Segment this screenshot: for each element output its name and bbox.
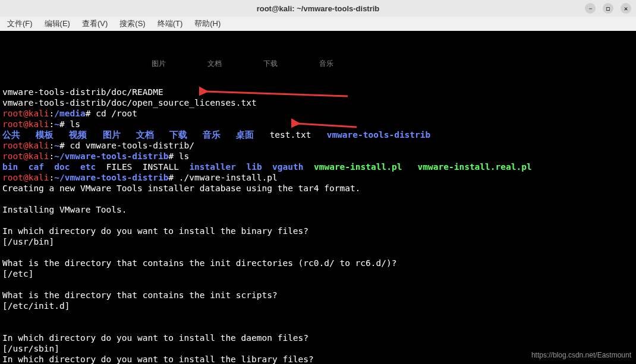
prompt-user: root@kali bbox=[2, 173, 49, 182]
maximize-button[interactable]: ◻ bbox=[603, 3, 613, 14]
output-line: In which directory do you want to instal… bbox=[2, 333, 308, 343]
prompt-cmd: # ls bbox=[168, 151, 189, 161]
prompt-user: root@kali bbox=[2, 109, 49, 118]
dir-item: vgauth bbox=[272, 162, 303, 172]
prompt-path: ~ bbox=[54, 119, 59, 129]
prompt-cmd: # cd vmware-tools-distrib/ bbox=[59, 141, 194, 150]
bg-documents-label: 文档 bbox=[207, 58, 222, 69]
prompt-cmd: # ./vmware-install.pl bbox=[168, 173, 277, 182]
dir-item: caf bbox=[29, 162, 44, 172]
file-item: test.txt bbox=[270, 130, 311, 140]
prompt-user: root@kali bbox=[2, 151, 49, 161]
window-title: root@kali: ~/vmware-tools-distrib bbox=[257, 4, 380, 13]
output-line: What is the directory that contains the … bbox=[2, 290, 278, 300]
menu-edit[interactable]: 编辑(E) bbox=[41, 17, 74, 30]
minimize-button[interactable]: － bbox=[585, 3, 596, 14]
output-line: Creating a new VMware Tools installer da… bbox=[2, 183, 360, 193]
terminal-content: vmware-tools-distrib/doc/README vmware-t… bbox=[2, 76, 634, 364]
prompt-path: ~/vmware-tools-distrib bbox=[54, 173, 168, 182]
terminal-area[interactable]: 图片 文档 下载 音乐 vmware-tools-distrib/doc/REA… bbox=[0, 31, 636, 364]
file-item: FILES bbox=[106, 162, 133, 172]
bg-pictures-label: 图片 bbox=[152, 58, 166, 69]
output-line: [/usr/sbin] bbox=[2, 344, 59, 353]
dir-item: 下载 bbox=[169, 130, 187, 140]
menu-view[interactable]: 查看(V) bbox=[78, 17, 111, 30]
exec-item: vmware-install.real.pl bbox=[418, 162, 532, 172]
output-line: Installing VMware Tools. bbox=[2, 205, 127, 214]
output-line: What is the directory that contains the … bbox=[2, 258, 396, 268]
bg-downloads-label: 下载 bbox=[263, 58, 278, 69]
dir-item: bin bbox=[2, 162, 18, 172]
output-line: vmware-tools-distrib/doc/open_source_lic… bbox=[2, 98, 257, 107]
dir-item: 图片 bbox=[103, 130, 121, 140]
dir-item: lib bbox=[246, 162, 262, 172]
dir-item: 模板 bbox=[36, 130, 53, 140]
prompt-user: root@kali bbox=[2, 141, 49, 150]
prompt-cmd: # cd /root bbox=[86, 109, 137, 118]
output-line: [/usr/bin] bbox=[2, 237, 54, 246]
dir-item: installer bbox=[189, 162, 236, 172]
dir-item: 文档 bbox=[136, 130, 154, 140]
window-titlebar: root@kali: ~/vmware-tools-distrib － ◻ ✕ bbox=[0, 0, 636, 17]
prompt-path: /media bbox=[54, 109, 85, 118]
prompt-path: ~/vmware-tools-distrib bbox=[54, 151, 168, 161]
output-line: In which directory do you want to instal… bbox=[2, 226, 308, 236]
menu-file[interactable]: 文件(F) bbox=[4, 17, 36, 30]
menu-search[interactable]: 搜索(S) bbox=[116, 17, 149, 30]
dir-item: 视频 bbox=[69, 130, 87, 140]
close-button[interactable]: ✕ bbox=[621, 3, 631, 14]
menu-help[interactable]: 帮助(H) bbox=[191, 17, 224, 30]
dir-item: 音乐 bbox=[203, 130, 221, 140]
window-controls: － ◻ ✕ bbox=[585, 3, 631, 14]
output-line: [/etc] bbox=[2, 269, 33, 278]
dir-item: 公共 bbox=[2, 130, 20, 140]
output-line: [/etc/init.d] bbox=[2, 301, 70, 311]
dir-item: 桌面 bbox=[236, 130, 254, 140]
prompt-user: root@kali bbox=[2, 119, 49, 129]
file-item: INSTALL bbox=[143, 162, 179, 172]
dir-item: doc bbox=[54, 162, 70, 172]
dir-item: vmware-tools-distrib bbox=[327, 130, 431, 140]
prompt-cmd: # ls bbox=[59, 119, 80, 129]
output-line: vmware-tools-distrib/doc/README bbox=[2, 87, 163, 97]
bg-music-label: 音乐 bbox=[319, 58, 333, 69]
menu-terminal[interactable]: 终端(T) bbox=[154, 17, 187, 30]
prompt-path: ~ bbox=[54, 141, 59, 150]
dir-item: etc bbox=[80, 162, 96, 172]
menubar: 文件(F) 编辑(E) 查看(V) 搜索(S) 终端(T) 帮助(H) bbox=[0, 17, 636, 31]
output-line: In which directory do you want to instal… bbox=[2, 354, 314, 364]
exec-item: vmware-install.pl bbox=[314, 162, 402, 172]
